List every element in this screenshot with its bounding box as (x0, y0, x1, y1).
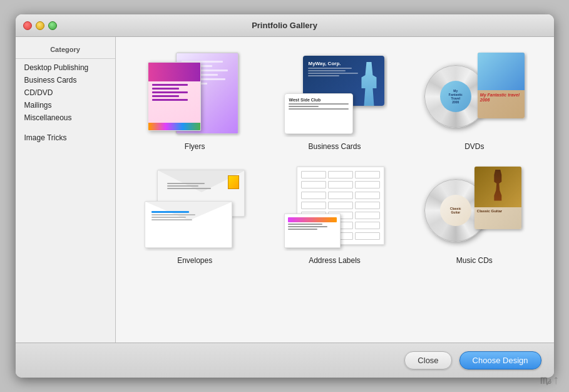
gallery-item-envelopes[interactable]: Envelopes (128, 163, 262, 265)
sidebar-item-image-tricks[interactable]: Image Tricks (16, 132, 115, 144)
gallery-grid: Flyers MyWay, Corp. (128, 49, 541, 265)
window-title: Printfolio Gallery (252, 21, 317, 30)
sidebar-item-desktop-publishing[interactable]: Desktop Publishing (16, 61, 115, 74)
business-cards-image: MyWay, Corp. West Side Club (281, 49, 387, 137)
flyers-label: Flyers (185, 142, 205, 151)
maximize-button[interactable] (48, 21, 57, 30)
close-button[interactable]: Close (404, 351, 451, 369)
watermark: ꝳ↑ (540, 373, 559, 387)
flyers-image (141, 49, 248, 137)
sidebar-header: Category (16, 42, 115, 59)
sidebar-item-mailings[interactable]: Mailings (16, 99, 115, 111)
dvds-image: MyFantasticTravel2006 My Fantastic trave… (421, 49, 528, 137)
gallery-item-business-cards[interactable]: MyWay, Corp. West Side Club (268, 49, 401, 151)
envelopes-image (141, 163, 248, 251)
gallery-item-dvds[interactable]: MyFantasticTravel2006 My Fantastic trave… (408, 49, 541, 151)
choose-design-button[interactable]: Choose Design (459, 351, 541, 369)
business-cards-label: Business Cards (308, 142, 361, 151)
sidebar-item-cd-dvd[interactable]: CD/DVD (16, 86, 115, 99)
traffic-lights (23, 21, 57, 30)
sidebar-item-miscellaneous[interactable]: Miscellaneous (16, 111, 115, 124)
music-cds-label: Music CDs (456, 256, 493, 265)
gallery-item-flyers[interactable]: Flyers (128, 49, 262, 151)
dvds-label: DVDs (464, 142, 484, 151)
minimize-button[interactable] (36, 21, 44, 30)
sidebar-item-business-cards[interactable]: Business Cards (16, 74, 115, 86)
main-window: Printfolio Gallery Category Desktop Publ… (16, 14, 554, 378)
address-labels-image (281, 163, 387, 251)
gallery-area: Flyers MyWay, Corp. (116, 37, 554, 343)
close-button[interactable] (23, 21, 32, 30)
gallery-item-address-labels[interactable]: Address Labels (268, 163, 401, 265)
content-area: Category Desktop Publishing Business Car… (16, 37, 554, 343)
sidebar: Category Desktop Publishing Business Car… (16, 37, 116, 343)
music-cds-image: ClassicGuitar Classic Guitar (421, 163, 528, 251)
gallery-item-music-cds[interactable]: ClassicGuitar Classic Guitar Music CDs (408, 163, 541, 265)
title-bar: Printfolio Gallery (16, 14, 554, 37)
sidebar-divider (16, 124, 115, 132)
address-labels-label: Address Labels (309, 256, 361, 265)
envelopes-label: Envelopes (177, 256, 212, 265)
bottom-bar: Close Choose Design (16, 343, 554, 378)
